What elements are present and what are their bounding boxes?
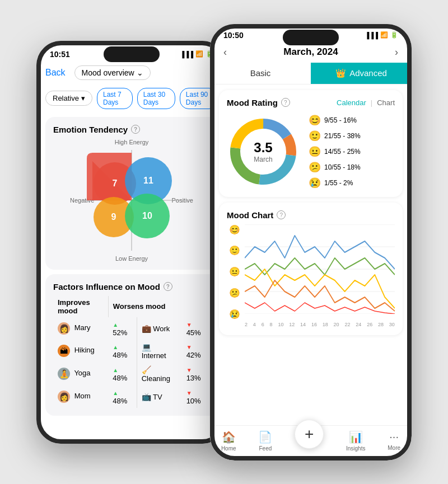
- calendar-chart-toggle: Calendar | Chart: [337, 98, 395, 107]
- hiking-label: Hiking: [74, 346, 95, 354]
- emoji-great: 😊: [309, 114, 321, 126]
- donut-container: 3.5 March 😊 9/55 - 16% 🙂 21/55 - 38%: [227, 114, 395, 189]
- down-icon-4: ▼: [186, 390, 192, 396]
- hiking-icon: 🏔: [58, 345, 70, 357]
- work-icon: 💼: [142, 324, 151, 333]
- legend-item-2: 🙂 21/55 - 38%: [309, 130, 361, 142]
- up-icon: ▲: [113, 322, 118, 328]
- worsens-header: Worsens mood: [108, 296, 181, 317]
- work-pct: 45%: [186, 328, 201, 337]
- label-low-energy: Low Energy: [115, 255, 148, 262]
- legend-label-2: 21/55 - 38%: [324, 132, 361, 140]
- home-label: Home: [221, 445, 236, 452]
- mood-rating-title: Mood Rating: [227, 98, 278, 107]
- last30-button[interactable]: Last 30 Days: [137, 88, 175, 109]
- mood-rating-help-icon[interactable]: ?: [281, 98, 290, 107]
- crown-icon: 👑: [335, 68, 346, 78]
- mary-avatar: 👩: [58, 322, 70, 335]
- cleaning-icon: 🧹: [142, 365, 151, 374]
- emoji-bad: 😕: [309, 161, 321, 173]
- back-button[interactable]: Back: [45, 68, 66, 78]
- factors-card: Factors Influence on Mood ? Improves moo…: [45, 274, 218, 416]
- chart-emojis: 😊 🙂 😐 😕 😢: [227, 224, 242, 319]
- legend-item-3: 😐 14/55 - 25%: [309, 145, 361, 158]
- dynamic-island: [104, 46, 160, 62]
- internet-icon: 💻: [142, 342, 151, 351]
- filter-row: Relative ▾ Last 7 Days Last 30 Days Last…: [36, 84, 227, 112]
- donut-value: 3.5: [254, 140, 272, 156]
- time-right: 10:50: [223, 31, 244, 40]
- more-icon: ···: [389, 430, 399, 443]
- chart-area: 😊 🙂 😐 😕 😢: [227, 224, 395, 319]
- tv-pct: 10%: [186, 397, 201, 405]
- mary-pct: 52%: [113, 328, 127, 337]
- hiking-pct: 48%: [113, 351, 127, 359]
- nav-insights[interactable]: 📊 Insights: [346, 430, 365, 452]
- emoji-awful: 😢: [309, 177, 321, 189]
- relative-button[interactable]: Relative ▾: [45, 91, 92, 106]
- signal-icons-left: ▐▐▐ 📶 🔋: [180, 50, 213, 58]
- up-icon-3: ▲: [113, 367, 118, 373]
- factors-card-title: Factors Influence on Mood ?: [53, 282, 210, 292]
- svg-text:10: 10: [142, 211, 152, 220]
- emoji-row-3: 😐: [229, 266, 240, 277]
- down-icon-3: ▼: [186, 367, 192, 373]
- mood-chart-header: Mood Chart ?: [227, 210, 395, 220]
- tab-basic[interactable]: Basic: [210, 63, 311, 84]
- plus-icon: +: [305, 425, 314, 443]
- factor-row-4: 👩 Mom ▲ 48% 📺 TV: [53, 386, 210, 408]
- work-label: Work: [153, 325, 170, 333]
- tv-icon: 📺: [142, 392, 151, 401]
- internet-pct: 42%: [186, 351, 201, 359]
- down-icon: ▼: [186, 322, 192, 328]
- chart-link[interactable]: Chart: [377, 98, 395, 107]
- dynamic-island-right: [283, 30, 339, 45]
- wifi-icon-right: 📶: [380, 31, 388, 39]
- next-month-button[interactable]: ›: [395, 46, 398, 58]
- mom-avatar: 👩: [58, 391, 70, 403]
- calendar-link[interactable]: Calendar: [337, 98, 366, 107]
- improves-header: Improves mood: [53, 296, 108, 317]
- emoji-row-5: 😢: [229, 309, 240, 319]
- mary-label: Mary: [74, 323, 91, 332]
- nav-home[interactable]: 🏠 Home: [221, 430, 236, 452]
- up-icon-4: ▲: [113, 390, 118, 396]
- mood-rating-card: Mood Rating ? Calendar | Chart: [219, 90, 403, 197]
- factor-row-3: 🧘 Yoga ▲ 48% 🧹 Cleaning: [53, 363, 210, 386]
- nav-more[interactable]: ··· More: [388, 430, 400, 451]
- internet-label: Internet: [142, 351, 166, 360]
- nav-feed[interactable]: 📄 Feed: [258, 430, 272, 452]
- mood-rating-header: Mood Rating ? Calendar | Chart: [227, 98, 395, 107]
- legend-item-1: 😊 9/55 - 16%: [309, 114, 361, 126]
- svg-text:11: 11: [143, 176, 153, 185]
- emotion-help-icon[interactable]: ?: [131, 125, 140, 134]
- emotion-tendency-card: Emotion Tendency ? High Energy Low Energ…: [45, 117, 218, 270]
- mood-dropdown[interactable]: Mood overview ⌄: [74, 65, 151, 80]
- svg-text:9: 9: [111, 212, 116, 222]
- signal-icon: ▐▐▐: [180, 51, 193, 58]
- emoji-row-4: 😕: [229, 288, 240, 298]
- mood-chart-card: Mood Chart ? 😊 🙂 😐 😕 😢: [219, 203, 403, 335]
- yoga-pct: 48%: [113, 374, 127, 382]
- last7-button[interactable]: Last 7 Days: [97, 88, 133, 109]
- insights-icon: 📊: [349, 430, 363, 444]
- mom-label: Mom: [74, 392, 91, 400]
- emoji-row-1: 😊: [229, 224, 240, 235]
- bottom-nav: 🏠 Home 📄 Feed + 📊 Insights ··· More: [210, 425, 412, 460]
- factor-row-2: 🏔 Hiking ▲ 48% 💻 Internet: [53, 340, 210, 363]
- legend-item-5: 😢 1/55 - 2%: [309, 177, 361, 189]
- tab-advanced[interactable]: 👑 Advanced: [311, 63, 412, 84]
- left-header: Back Mood overview ⌄: [36, 61, 227, 84]
- signal-icons-right: ▐▐▐ 📶 🔋: [365, 31, 398, 39]
- feed-icon: 📄: [258, 430, 272, 444]
- mood-legend: 😊 9/55 - 16% 🙂 21/55 - 38% 😐 14/55 - 25%: [309, 114, 361, 189]
- mom-pct: 48%: [113, 397, 127, 405]
- factors-help-icon[interactable]: ?: [164, 282, 172, 291]
- legend-item-4: 😕 10/55 - 18%: [309, 161, 361, 173]
- month-title: March, 2024: [283, 46, 338, 58]
- fab-add-button[interactable]: +: [295, 420, 324, 449]
- mood-chart-help-icon[interactable]: ?: [277, 210, 286, 219]
- cleaning-pct: 13%: [186, 374, 201, 382]
- prev-month-button[interactable]: ‹: [223, 46, 227, 58]
- chart-svg-wrap: [245, 224, 395, 319]
